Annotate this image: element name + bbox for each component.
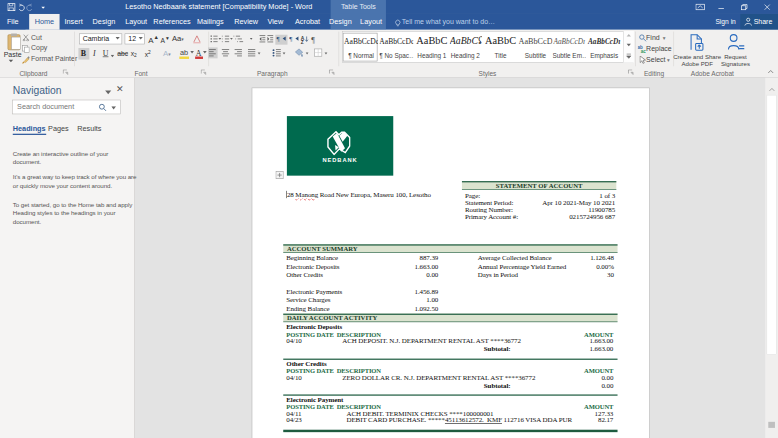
- svg-text:¶: ¶: [289, 35, 292, 42]
- svg-text:¶: ¶: [277, 35, 280, 42]
- svg-text:¶: ¶: [311, 36, 315, 45]
- svg-text:Z: Z: [301, 40, 304, 45]
